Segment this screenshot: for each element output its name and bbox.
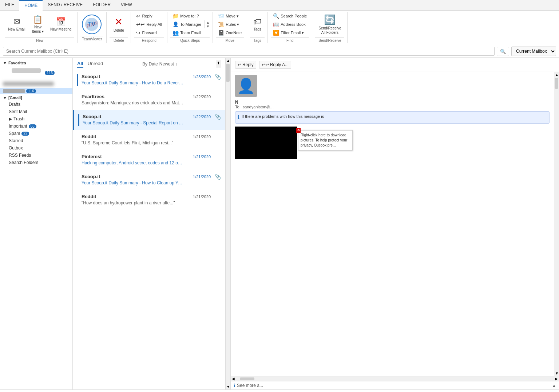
- ribbon-group-tags: 🏷 Tags Tags: [247, 12, 268, 43]
- ribbon-group-sendreceive: 🔄 Send/ReceiveAll Folders Send/Receive: [312, 12, 348, 43]
- rules-button[interactable]: 📜 Rules ▾: [216, 20, 244, 28]
- new-meeting-button[interactable]: 📅 New Meeting: [47, 16, 74, 33]
- email-subject: "How does an hydropower plant in a river…: [82, 200, 183, 205]
- preview-sender-name: N: [235, 100, 550, 105]
- favorites-blurred: [12, 68, 41, 73]
- email-list-scrollbar[interactable]: ▲ ▼: [226, 58, 231, 389]
- preview-scroll-thumb[interactable]: [555, 78, 558, 89]
- preview-scroll-up[interactable]: ▲: [554, 72, 559, 77]
- quicksteps-arrow[interactable]: ▲▼: [204, 20, 210, 28]
- favorites-header[interactable]: ▼ Favorites: [0, 59, 72, 66]
- see-more-bar[interactable]: ℹ See more a... ▲: [231, 381, 559, 389]
- move-to-icon: 📁: [173, 13, 179, 19]
- hscroll-left[interactable]: ◀: [231, 377, 236, 381]
- table-row[interactable]: Scoop.it Your Scoop.it Daily Summary - S…: [73, 110, 225, 130]
- forward-button[interactable]: ↪ Forward: [134, 29, 164, 37]
- preview-content: 👤 N To sandyaniston@... ℹ If there are p…: [231, 72, 554, 376]
- filter-email-button[interactable]: 🔽 Filter Email ▾: [271, 29, 309, 37]
- search-button[interactable]: 🔍: [497, 47, 509, 56]
- reply-all-button[interactable]: ↩↩ Reply All: [134, 20, 164, 28]
- delete-button[interactable]: ✕ Delete: [110, 15, 128, 34]
- tags-button[interactable]: 🏷 Tags: [250, 16, 265, 33]
- reply-all-label: Reply All: [146, 22, 162, 27]
- reply-button[interactable]: ↩ Reply: [134, 12, 164, 20]
- move-to-button[interactable]: 📁 Move to: ?: [170, 12, 203, 20]
- favorites-item[interactable]: 116: [0, 66, 72, 76]
- email-date: 1/21/2020: [193, 135, 211, 139]
- email-subject: Your Scoop.it Daily Summary - Special Re…: [83, 120, 185, 125]
- important-badge: 66: [29, 124, 36, 128]
- search-input[interactable]: [3, 47, 495, 56]
- account-item[interactable]: [0, 81, 72, 88]
- favorites-badge: 116: [45, 71, 55, 75]
- move-button[interactable]: 📨 Move ▾: [216, 12, 244, 20]
- tags-group-label: Tags: [250, 37, 265, 43]
- close-icon[interactable]: ✕: [296, 128, 301, 133]
- hscroll-thumb[interactable]: [240, 377, 254, 380]
- spam-item[interactable]: Spam 22: [0, 130, 72, 137]
- scrollbar-up[interactable]: ▲: [226, 58, 230, 63]
- preview-reply-button[interactable]: ↩ Reply: [235, 61, 256, 69]
- new-email-button[interactable]: ✉ New Email: [5, 16, 28, 33]
- preview-scroll-down[interactable]: ▼: [554, 371, 559, 376]
- preview-reply-all-button[interactable]: ↩↩ Reply A...: [259, 61, 291, 69]
- team-email-label: Team Email: [180, 31, 201, 35]
- scrollbar-down[interactable]: ▼: [226, 384, 230, 389]
- email-date: 1/21/2020: [193, 155, 211, 159]
- preview-image: [235, 127, 297, 159]
- reply-icon: ↩: [238, 62, 241, 67]
- preview-hscrollbar[interactable]: ◀ ▶: [231, 376, 559, 381]
- email-date: 1/23/2020: [193, 75, 211, 79]
- tab-file[interactable]: FILE: [0, 0, 19, 10]
- table-row[interactable]: Scoop.it Your Scoop.it Daily Summary - H…: [73, 70, 225, 90]
- send-receive-all-button[interactable]: 🔄 Send/ReceiveAll Folders: [315, 13, 344, 36]
- new-items-button[interactable]: 📋 NewItems ▾: [29, 13, 47, 35]
- see-more-chevron[interactable]: ▲: [552, 383, 556, 388]
- search-people-button[interactable]: 🔍 Search People: [271, 12, 309, 20]
- table-row[interactable]: Pearltrees Sandyaniston: Manriquez rios …: [73, 90, 225, 110]
- selected-folder-item[interactable]: 116: [0, 88, 72, 94]
- sent-mail-item[interactable]: Sent Mail: [0, 108, 72, 115]
- trash-item[interactable]: ▶ Trash: [0, 115, 72, 123]
- address-book-button[interactable]: 📖 Address Book: [271, 20, 309, 28]
- ribbon-group-move: 📨 Move ▾ 📜 Rules ▾ 📓 OneNote Move: [213, 12, 247, 43]
- search-folders-item[interactable]: Search Folders: [0, 159, 72, 166]
- attachment-icon: 📎: [215, 114, 221, 120]
- filter-all-tab[interactable]: All: [77, 60, 83, 68]
- preview-scrollbar[interactable]: ▲ ▼: [554, 72, 559, 376]
- to-manager-button[interactable]: 👤 To Manager: [170, 20, 203, 28]
- table-row[interactable]: Reddit "U.S. Supreme Court lets Flint, M…: [73, 130, 225, 150]
- search-folders-label: Search Folders: [9, 160, 38, 165]
- filter-unread-tab[interactable]: Unread: [88, 60, 103, 68]
- sort-scroll[interactable]: ⬆: [217, 60, 221, 68]
- starred-item[interactable]: Starred: [0, 137, 72, 144]
- tab-view[interactable]: VIEW: [116, 0, 137, 10]
- important-item[interactable]: Important 66: [0, 123, 72, 130]
- scrollbar-thumb[interactable]: [226, 64, 230, 82]
- sort-controls[interactable]: By Date Newest ↓: [142, 61, 177, 67]
- team-email-button[interactable]: 👥 Team Email: [170, 29, 203, 37]
- move-icon: 📨: [218, 13, 224, 19]
- gmail-header[interactable]: ▼ [Gmail]: [0, 94, 72, 101]
- table-row[interactable]: Pinterest Hacking computer, Android secr…: [73, 150, 225, 170]
- preview-info-text: If there are problems with how this mess…: [242, 114, 324, 119]
- sort-dir-label: Newest ↓: [159, 61, 177, 67]
- outbox-item[interactable]: Outbox: [0, 144, 72, 152]
- onenote-button[interactable]: 📓 OneNote: [216, 29, 244, 37]
- mailbox-selector[interactable]: Current Mailbox: [511, 47, 556, 56]
- email-date: 1/22/2020: [193, 115, 211, 119]
- move-group-label: Move: [216, 37, 244, 43]
- rules-icon: 📜: [218, 21, 224, 27]
- svg-text:TV: TV: [88, 21, 96, 27]
- tab-folder[interactable]: FOLDER: [88, 0, 116, 10]
- tab-home[interactable]: HOME: [19, 0, 43, 11]
- table-row[interactable]: Scoop.it Your Scoop.it Daily Summary - H…: [73, 170, 225, 190]
- new-email-icon: ✉: [13, 17, 20, 27]
- hscroll-right[interactable]: ▶: [554, 377, 559, 381]
- tab-send-receive[interactable]: SEND / RECEIVE: [43, 0, 88, 10]
- drafts-item[interactable]: Drafts: [0, 101, 72, 108]
- rss-feeds-item[interactable]: RSS Feeds: [0, 152, 72, 159]
- bottom-nav: Mail Calendar People Tasks ···: [0, 389, 559, 392]
- table-row[interactable]: Reddit "How does an hydropower plant in …: [73, 190, 225, 210]
- reply-icon: ↩: [136, 13, 140, 19]
